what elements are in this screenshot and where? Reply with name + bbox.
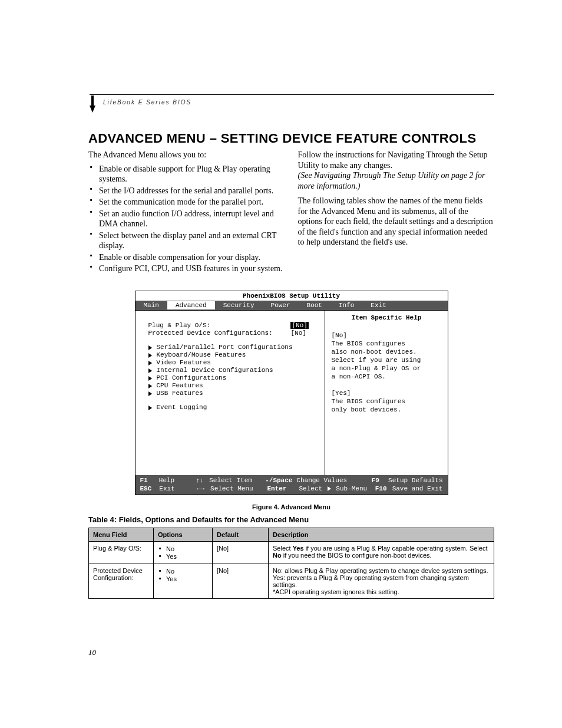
bios-key-leftright: ←→ (197, 485, 204, 492)
bios-key-space: -/Space (265, 477, 292, 484)
bios-field-value: [No] (290, 330, 319, 337)
right-para-1-italic: (See Navigating Through The Setup Utilit… (298, 171, 485, 190)
bios-key-leftright-label: Select Menu (210, 485, 267, 493)
bios-key-updown: ↑↓ (196, 477, 203, 484)
bios-menu-item-exit: Exit (362, 301, 394, 309)
bios-menu-item-advanced: Advanced (167, 301, 215, 309)
feature-item: Set the I/O addresses for the serial and… (99, 186, 285, 196)
bios-key-f1: F1 (140, 477, 148, 484)
page-number: 10 (88, 648, 96, 657)
right-column: Follow the instructions for Navigating T… (298, 150, 495, 275)
bios-field-row: Protected Device Configurations:[No] (148, 330, 319, 337)
bios-field-label: Protected Device Configurations: (148, 330, 291, 337)
table-row: Protected Device Configuration:NoYes[No]… (89, 564, 494, 599)
bios-key-space-label: Change Values (296, 476, 371, 485)
bios-help-line: [Yes] (331, 390, 441, 397)
bios-submenu-item: CPU Features (148, 382, 319, 389)
bios-key-f9: F9 (372, 477, 379, 484)
bios-key-f10-label: Save and Exit (392, 485, 443, 493)
bios-help-title: Item Specific Help (331, 314, 441, 321)
bios-left-pane: Plug & Play O/S:[No]Protected Device Con… (135, 310, 326, 475)
bios-key-f9-label: Setup Defaults (388, 476, 442, 485)
bios-help-line: [No] (331, 332, 441, 339)
fields-table: Menu FieldOptionsDefaultDescription Plug… (88, 528, 494, 599)
feature-item: Set an audio function I/O address, inter… (99, 209, 285, 229)
intro-text: The Advanced Menu allows you to: (88, 150, 285, 160)
bios-key-enter: Enter (267, 485, 287, 492)
figure-caption: Figure 4. Advanced Menu (88, 503, 494, 510)
feature-item: Set the communication mode for the paral… (99, 197, 285, 207)
bios-submenu-item: Keyboard/Mouse Features (148, 351, 319, 358)
bios-menu-item-info: Info (330, 301, 362, 309)
table-caption: Table 4: Fields, Options and Defaults fo… (88, 515, 494, 524)
option-item: Yes (166, 575, 208, 582)
right-para-1-text: Follow the instructions for Navigating T… (298, 150, 488, 170)
bios-key-esc: ESC (140, 485, 152, 492)
bios-help-line: a non-ACPI OS. (331, 373, 441, 380)
table-header-cell: Description (269, 528, 494, 542)
option-item: No (166, 545, 208, 552)
bios-key-f1-label: Help (159, 476, 196, 485)
bios-key-f10: F10 (375, 485, 387, 492)
bios-menu-item-main: Main (135, 301, 167, 309)
running-header: LifeBook E Series BIOS (103, 99, 191, 106)
bios-help-pane: Item Specific Help [No]The BIOS configur… (325, 310, 447, 475)
option-item: No (166, 568, 208, 575)
right-para-2: The following tables show the names of t… (298, 196, 495, 248)
bios-help-line: a non-Plug & Play OS or (331, 365, 441, 372)
bios-menu-bar: MainAdvancedSecurityPowerBootInfoExit (135, 301, 448, 310)
cell-default: [No] (213, 564, 269, 599)
cell-menu-field: Protected Device Configuration: (89, 564, 154, 599)
feature-item: Select between the display panel and an … (99, 230, 285, 251)
cell-options: NoYes (154, 542, 213, 564)
feature-list: Enable or disable support for Plug & Pla… (88, 164, 285, 274)
bios-footer: F1 Help ↑↓ Select Item -/Space Change Va… (135, 475, 448, 495)
bios-field-value: [No] (290, 322, 319, 329)
feature-item: Enable or disable compensation for your … (99, 252, 285, 263)
cell-description: Select Yes if you are using a Plug & Pla… (269, 542, 494, 564)
bios-help-line: Select if you are using (331, 357, 441, 364)
cell-options: NoYes (154, 564, 213, 599)
bios-submenu-item: Internal Device Configurations (148, 367, 319, 374)
option-item: Yes (166, 553, 208, 560)
bios-key-esc-label: Exit (159, 485, 197, 493)
bios-menu-item-power: Power (263, 301, 299, 309)
feature-item: Configure PCI, CPU, and USB features in … (99, 263, 285, 274)
cell-menu-field: Plug & Play O/S: (89, 542, 154, 564)
feature-item: Enable or disable support for Plug & Pla… (99, 164, 285, 185)
bios-screenshot: PhoenixBIOS Setup Utility MainAdvancedSe… (135, 291, 448, 496)
bios-help-line: The BIOS configures (331, 340, 441, 347)
table-row: Plug & Play O/S:NoYes[No]Select Yes if y… (89, 542, 494, 564)
right-para-1: Follow the instructions for Navigating T… (298, 150, 495, 191)
header-marker-triangle (90, 106, 95, 113)
bios-help-line (331, 381, 441, 388)
cell-default: [No] (213, 542, 269, 564)
bios-menu-item-boot: Boot (299, 301, 330, 309)
bios-field-row: Plug & Play O/S:[No] (148, 322, 319, 329)
bios-submenu-item: Serial/Parallel Port Configurations (148, 344, 319, 351)
table-header-cell: Menu Field (89, 528, 154, 542)
bios-menu-item-security: Security (215, 301, 263, 309)
bios-submenu-item: USB Features (148, 390, 319, 397)
table-header-cell: Default (213, 528, 269, 542)
triangle-right-icon (328, 486, 331, 491)
header-rule (90, 94, 494, 95)
header-marker-bar (91, 95, 94, 106)
bios-key-updown-label: Select Item (209, 476, 265, 485)
bios-field-label: Plug & Play O/S: (148, 322, 291, 329)
bios-help-line: The BIOS configures (331, 398, 441, 405)
left-column: The Advanced Menu allows you to: Enable … (88, 150, 285, 275)
page-title: ADVANCED MENU – SETTING DEVICE FEATURE C… (88, 131, 494, 146)
bios-title: PhoenixBIOS Setup Utility (135, 291, 448, 301)
bios-submenu-item: PCI Configurations (148, 374, 319, 381)
bios-submenu-item: Video Features (148, 359, 319, 366)
bios-help-line: also non-boot devices. (331, 348, 441, 355)
bios-help-line: only boot devices. (331, 406, 441, 413)
bios-key-enter-label: Select Sub-Menu (299, 485, 375, 493)
cell-description: No: allows Plug & Play operating system … (269, 564, 494, 599)
table-header-cell: Options (154, 528, 213, 542)
bios-submenu-item: Event Logging (148, 404, 319, 411)
